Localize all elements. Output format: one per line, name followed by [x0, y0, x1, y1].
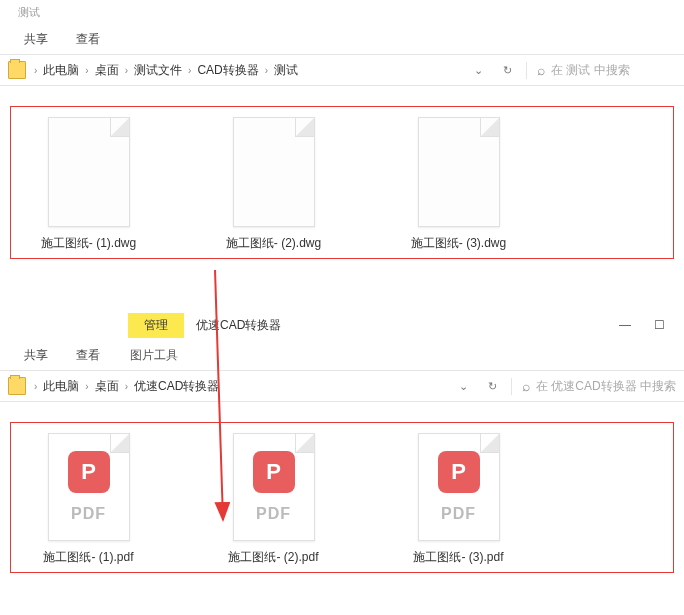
dropdown-icon[interactable]: ⌄ — [468, 61, 489, 80]
file-item[interactable]: P PDF 施工图纸- (3).pdf — [381, 433, 536, 566]
tab-share[interactable]: 共享 — [10, 27, 62, 52]
chevron-icon: › — [34, 381, 37, 392]
address-controls: ⌄ ↻ — [468, 61, 518, 80]
highlight-box: 施工图纸- (1).dwg 施工图纸- (2).dwg 施工图纸- (3).dw… — [10, 106, 674, 259]
crumb-folder1[interactable]: 测试文件 — [132, 60, 184, 81]
explorer-window-target: 管理 优速CAD转换器 — ☐ 共享 查看 图片工具 › 此电脑 › 桌面 › … — [0, 310, 684, 615]
crumb-desktop[interactable]: 桌面 — [93, 60, 121, 81]
pdf-label: PDF — [441, 505, 476, 523]
breadcrumb[interactable]: › 此电脑 › 桌面 › 测试文件 › CAD转换器 › 测试 — [34, 60, 460, 81]
tab-view[interactable]: 查看 — [62, 343, 114, 368]
pdf-file-icon: P PDF — [233, 433, 315, 541]
file-name: 施工图纸- (3).dwg — [411, 235, 506, 252]
address-bar: › 此电脑 › 桌面 › 优速CAD转换器 ⌄ ↻ ⌕ 在 优速CAD转换器 中… — [0, 370, 684, 402]
chevron-icon: › — [125, 65, 128, 76]
pdf-badge-icon: P — [68, 451, 110, 493]
dwg-file-icon — [418, 117, 500, 227]
tab-view[interactable]: 查看 — [62, 27, 114, 52]
folder-icon[interactable] — [8, 377, 26, 395]
highlight-box: P PDF 施工图纸- (1).pdf P PDF 施工图纸- (2).pdf … — [10, 422, 674, 573]
minimize-button[interactable]: — — [618, 318, 632, 332]
pdf-label: PDF — [71, 505, 106, 523]
explorer-window-source: 测试 共享 查看 › 此电脑 › 桌面 › 测试文件 › CAD转换器 › 测试… — [0, 0, 684, 310]
file-name: 施工图纸- (3).pdf — [413, 549, 503, 566]
chevron-icon: › — [125, 381, 128, 392]
breadcrumb[interactable]: › 此电脑 › 桌面 › 优速CAD转换器 — [34, 376, 445, 397]
chevron-icon: › — [188, 65, 191, 76]
refresh-icon[interactable]: ↻ — [482, 377, 503, 396]
file-name: 施工图纸- (1).dwg — [41, 235, 136, 252]
file-item[interactable]: 施工图纸- (1).dwg — [11, 117, 166, 252]
file-item[interactable]: P PDF 施工图纸- (2).pdf — [196, 433, 351, 566]
search-icon: ⌕ — [522, 378, 530, 394]
pdf-label: PDF — [256, 505, 291, 523]
address-bar: › 此电脑 › 桌面 › 测试文件 › CAD转换器 › 测试 ⌄ ↻ ⌕ 在 … — [0, 54, 684, 86]
file-pane: P PDF 施工图纸- (1).pdf P PDF 施工图纸- (2).pdf … — [0, 402, 684, 583]
pdf-file-icon: P PDF — [418, 433, 500, 541]
pdf-file-icon: P PDF — [48, 433, 130, 541]
maximize-button[interactable]: ☐ — [652, 318, 666, 332]
ribbon-tabs: 共享 查看 — [0, 24, 684, 54]
chevron-icon: › — [85, 381, 88, 392]
file-pane: 施工图纸- (1).dwg 施工图纸- (2).dwg 施工图纸- (3).dw… — [0, 86, 684, 269]
crumb-folder3[interactable]: 测试 — [272, 60, 300, 81]
search-box[interactable]: ⌕ 在 测试 中搜索 — [526, 62, 676, 79]
pdf-badge-icon: P — [253, 451, 295, 493]
search-placeholder: 在 优速CAD转换器 中搜索 — [536, 378, 676, 395]
tool-tab[interactable]: 图片工具 — [118, 343, 190, 368]
search-icon: ⌕ — [537, 62, 545, 78]
file-name: 施工图纸- (1).pdf — [43, 549, 133, 566]
dwg-file-icon — [233, 117, 315, 227]
tab-share[interactable]: 共享 — [10, 343, 62, 368]
titlebar: 管理 优速CAD转换器 — ☐ — [0, 310, 684, 340]
window-controls: — ☐ — [618, 318, 684, 332]
address-controls: ⌄ ↻ — [453, 377, 503, 396]
manage-tab[interactable]: 管理 — [128, 313, 184, 338]
chevron-icon: › — [265, 65, 268, 76]
file-item[interactable]: P PDF 施工图纸- (1).pdf — [11, 433, 166, 566]
dwg-file-icon — [48, 117, 130, 227]
file-item[interactable]: 施工图纸- (2).dwg — [196, 117, 351, 252]
app-title: 优速CAD转换器 — [184, 313, 293, 338]
crumb-pc[interactable]: 此电脑 — [41, 376, 81, 397]
search-placeholder: 在 测试 中搜索 — [551, 62, 630, 79]
chevron-icon: › — [85, 65, 88, 76]
crumb-pc[interactable]: 此电脑 — [41, 60, 81, 81]
window-title: 测试 — [0, 0, 684, 24]
refresh-icon[interactable]: ↻ — [497, 61, 518, 80]
file-name: 施工图纸- (2).pdf — [228, 549, 318, 566]
crumb-desktop[interactable]: 桌面 — [93, 376, 121, 397]
crumb-folder1[interactable]: 优速CAD转换器 — [132, 376, 221, 397]
folder-icon[interactable] — [8, 61, 26, 79]
crumb-folder2[interactable]: CAD转换器 — [195, 60, 260, 81]
chevron-icon: › — [34, 65, 37, 76]
dropdown-icon[interactable]: ⌄ — [453, 377, 474, 396]
search-box[interactable]: ⌕ 在 优速CAD转换器 中搜索 — [511, 378, 676, 395]
file-name: 施工图纸- (2).dwg — [226, 235, 321, 252]
file-item[interactable]: 施工图纸- (3).dwg — [381, 117, 536, 252]
ribbon-tabs: 共享 查看 图片工具 — [0, 340, 684, 370]
pdf-badge-icon: P — [438, 451, 480, 493]
